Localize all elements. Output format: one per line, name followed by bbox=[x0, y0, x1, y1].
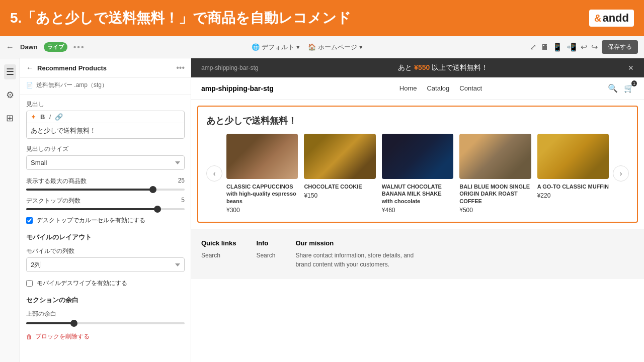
max-products-slider-track[interactable] bbox=[26, 189, 185, 191]
desktop-columns-slider-track[interactable] bbox=[26, 208, 185, 210]
shipping-bar-text: あと bbox=[398, 63, 412, 71]
shop-footer: Quick links Search Info Search Our missi… bbox=[191, 229, 644, 279]
italic-icon[interactable]: I bbox=[49, 113, 51, 121]
browser-home-url[interactable]: 🏠 ホームページ ▾ bbox=[308, 43, 363, 52]
product-section-title: あと少しで送料無料！ bbox=[206, 115, 629, 127]
product-image-cookie bbox=[304, 134, 375, 179]
product-name: CLASSIC CAPPUCCINOS with high-quality es… bbox=[226, 183, 298, 205]
product-card[interactable]: A GO-TO CLASSIC MUFFIN ¥220 bbox=[537, 134, 609, 214]
browser-back-icon[interactable]: ← bbox=[6, 43, 14, 52]
products-carousel: ‹ CLASSIC CAPPUCCINOS with high-quality … bbox=[206, 134, 629, 214]
globe-icon: 🌐 bbox=[252, 43, 260, 51]
main-layout: ☰ ⚙ ⊞ ← Recommend Products ••• 📄 送料無料バー … bbox=[0, 58, 644, 362]
nav-link-home[interactable]: Home bbox=[399, 84, 417, 92]
file-icon: 📄 bbox=[26, 82, 33, 88]
shipping-bar: amp-shipping-bar-stg あと ¥550 以上で送料無料！ ✕ bbox=[191, 58, 644, 77]
browser-title: Dawn bbox=[20, 43, 38, 51]
sidebar-icon-rail: ☰ ⚙ ⊞ bbox=[0, 58, 20, 362]
headline-size-select[interactable]: Small Medium Large bbox=[26, 155, 185, 170]
bold-icon[interactable]: B bbox=[40, 113, 45, 121]
shipping-bar-storename: amp-shipping-bar-stg bbox=[201, 64, 258, 71]
sidebar-icon-settings[interactable]: ⚙ bbox=[4, 87, 16, 103]
max-products-slider-thumb[interactable] bbox=[149, 186, 156, 193]
browser-more-icon[interactable]: ••• bbox=[73, 43, 85, 52]
top-padding-slider[interactable] bbox=[26, 322, 185, 324]
cart-icon[interactable]: 🛒1 bbox=[624, 83, 634, 93]
desktop-columns-slider-thumb[interactable] bbox=[154, 206, 161, 213]
carousel-next-button[interactable]: › bbox=[613, 165, 629, 182]
top-padding-row: 上部の余白 bbox=[20, 306, 191, 328]
delete-block-row[interactable]: 🗑 ブロックを削除する bbox=[20, 328, 191, 345]
link-icon[interactable]: 🔗 bbox=[55, 113, 63, 121]
product-name: BALI BLUE MOON SINGLE ORIGIN DARK ROAST … bbox=[459, 183, 531, 205]
product-card[interactable]: BALI BLUE MOON SINGLE ORIGIN DARK ROAST … bbox=[459, 134, 531, 214]
home-icon: 🏠 bbox=[308, 43, 316, 51]
shipping-bar-close[interactable]: ✕ bbox=[628, 64, 634, 72]
footer-mission-title: Our mission bbox=[295, 239, 426, 247]
desktop-columns-label: デスクトップの列数 5 bbox=[26, 197, 185, 205]
sidebar-more-icon[interactable]: ••• bbox=[176, 63, 185, 72]
delete-label: ブロックを削除する bbox=[35, 332, 90, 341]
nav-link-catalog[interactable]: Catalog bbox=[427, 84, 449, 92]
product-name: A GO-TO CLASSIC MUFFIN bbox=[537, 183, 609, 190]
max-products-row: 表示する最大の商品数 25 bbox=[20, 174, 191, 194]
globe-chevron: ▾ bbox=[296, 43, 300, 51]
magic-icon[interactable]: ✦ bbox=[31, 113, 36, 121]
undo-icon[interactable]: ↩ bbox=[581, 42, 587, 52]
sidebar-icon-sections[interactable]: ☰ bbox=[4, 64, 16, 79]
product-card[interactable]: CLASSIC CAPPUCCINOS with high-quality es… bbox=[226, 134, 298, 214]
headline-size-row: 見出しのサイズ Small Medium Large bbox=[20, 141, 191, 174]
logo-symbol: & bbox=[594, 13, 601, 24]
footer-mission-text: Share contact information, store details… bbox=[295, 251, 426, 269]
sidebar-wrapper: ☰ ⚙ ⊞ ← Recommend Products ••• 📄 送料無料バー … bbox=[0, 58, 191, 362]
product-price: ¥300 bbox=[226, 207, 298, 214]
footer-mission: Our mission Share contact information, s… bbox=[295, 239, 426, 269]
max-products-label: 表示する最大の商品数 25 bbox=[26, 177, 185, 186]
footer-info: Info Search bbox=[256, 239, 275, 269]
product-image-cappuccino bbox=[226, 134, 298, 179]
product-price: ¥220 bbox=[537, 192, 609, 199]
desktop-columns-slider-fill bbox=[26, 208, 157, 210]
browser-chrome: ← Dawn ライブ ••• 🌐 デフォルト ▾ 🏠 ホームページ ▾ ⤢ 🖥 … bbox=[0, 36, 644, 58]
sidebar-back-arrow[interactable]: ← bbox=[26, 64, 33, 72]
tablet-icon[interactable]: 📱 bbox=[552, 42, 562, 52]
browser-globe-url[interactable]: 🌐 デフォルト ▾ bbox=[252, 43, 300, 52]
product-name: WALNUT CHOCOLATE BANANA MILK SHAKE with … bbox=[382, 183, 453, 205]
swipe-checkbox-label[interactable]: モバイルデスワイプを有効にする bbox=[37, 279, 127, 288]
swipe-checkbox[interactable] bbox=[26, 280, 33, 287]
mobile-columns-row: モバイルでの列数 2列 3列 bbox=[20, 243, 191, 276]
redo-icon[interactable]: ↪ bbox=[591, 42, 598, 52]
product-name: CHOCOLATE COOKIE bbox=[304, 183, 375, 190]
mobile-icon[interactable]: 📲 bbox=[567, 42, 577, 52]
product-card[interactable]: WALNUT CHOCOLATE BANANA MILK SHAKE with … bbox=[382, 134, 453, 214]
shipping-bar-amount: ¥550 bbox=[414, 63, 430, 71]
shop-preview: amp-shipping-bar-stg あと ¥550 以上で送料無料！ ✕ … bbox=[191, 58, 644, 362]
products-list: CLASSIC CAPPUCCINOS with high-quality es… bbox=[222, 134, 613, 214]
product-image-coffee bbox=[459, 134, 531, 179]
nav-link-contact[interactable]: Contact bbox=[459, 84, 482, 92]
sidebar-panel-title: Recommend Products bbox=[37, 64, 172, 72]
section-padding-title: セクションの余白 bbox=[20, 291, 191, 306]
swipe-checkbox-row: モバイルデスワイプを有効にする bbox=[20, 276, 191, 291]
desktop-icon[interactable]: 🖥 bbox=[540, 43, 548, 52]
mobile-columns-select[interactable]: 2列 3列 bbox=[26, 257, 185, 272]
toolbar-row: ✦ B I 🔗 bbox=[27, 111, 184, 123]
browser-right-controls: ⤢ 🖥 📱 📲 ↩ ↪ 保存する bbox=[530, 40, 638, 54]
store-name: amp-shipping-bar-stg bbox=[201, 84, 274, 93]
carousel-checkbox-label[interactable]: デスクトップでカルーセルを有効にする bbox=[37, 216, 145, 225]
carousel-checkbox[interactable] bbox=[26, 217, 33, 224]
product-image-muffin bbox=[537, 134, 609, 179]
resize-icon[interactable]: ⤢ bbox=[530, 42, 536, 52]
home-label: ホームページ bbox=[318, 43, 357, 52]
footer-quick-links-title: Quick links bbox=[201, 239, 236, 247]
footer-quick-links: Quick links Search bbox=[201, 239, 236, 269]
publish-button[interactable]: 保存する bbox=[602, 40, 638, 54]
sidebar-icon-apps[interactable]: ⊞ bbox=[4, 111, 16, 126]
product-card[interactable]: CHOCOLATE COOKIE ¥150 bbox=[304, 134, 375, 214]
headline-text-input[interactable]: あと少しで送料無料！ bbox=[27, 123, 184, 138]
product-image-shake bbox=[382, 134, 453, 179]
product-section: あと少しで送料無料！ ‹ CLASSIC CAPPUCCINOS with hi… bbox=[197, 106, 638, 223]
search-icon[interactable]: 🔍 bbox=[608, 83, 618, 93]
content-area: amp-shipping-bar-stg あと ¥550 以上で送料無料！ ✕ … bbox=[191, 58, 644, 362]
carousel-prev-button[interactable]: ‹ bbox=[206, 165, 222, 182]
